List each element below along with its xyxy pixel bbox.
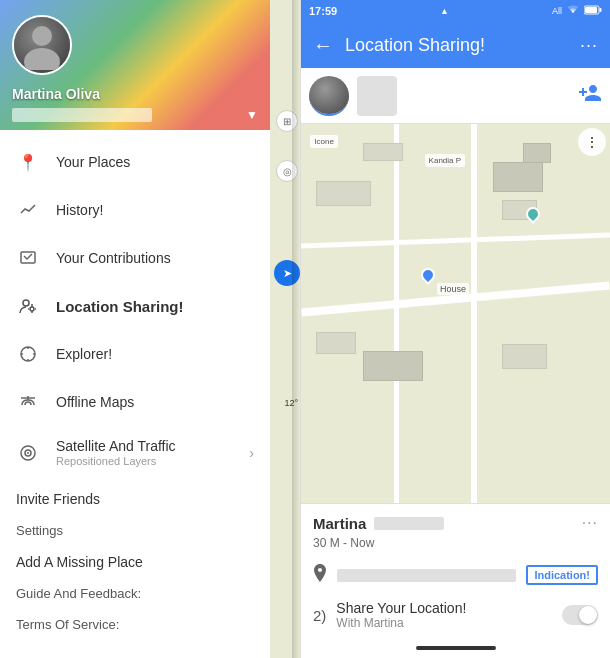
menu-item-contributions[interactable]: Your Contributions: [0, 234, 270, 282]
building-2: [363, 143, 403, 161]
user-name: Martina Oliva: [12, 86, 100, 102]
avatar: [12, 15, 72, 75]
menu-item-history[interactable]: History!: [0, 186, 270, 234]
satellite-icon: [16, 441, 40, 465]
svg-point-3: [23, 300, 29, 306]
card-name-text: Martina: [313, 515, 366, 532]
toggle-knob: [579, 606, 597, 624]
home-indicator-bar: [301, 638, 610, 658]
share-number: 2): [313, 607, 326, 624]
svg-rect-13: [585, 7, 597, 13]
pin-teal-dot: [524, 204, 544, 224]
svg-point-10: [27, 452, 29, 454]
satellite-sublabel: Repositioned Layers: [56, 455, 249, 467]
contact-avatar-1[interactable]: [309, 76, 349, 116]
your-places-icon: 📍: [16, 150, 40, 174]
contributions-icon: [16, 246, 40, 270]
menu-item-location-sharing[interactable]: Location Sharing!: [0, 282, 270, 330]
avatar-image: [14, 17, 70, 73]
history-label: History!: [56, 202, 254, 218]
teal-location-pin: [523, 207, 543, 231]
menu-item-explorer[interactable]: Explorer!: [0, 330, 270, 378]
building-1: [316, 181, 371, 206]
menu-item-satellite[interactable]: Satellite And Traffic Repositioned Layer…: [0, 426, 270, 479]
house-label: House: [437, 283, 469, 295]
satellite-label: Satellite And Traffic: [56, 438, 249, 454]
card-more-button[interactable]: ···: [582, 514, 598, 532]
dropdown-arrow-icon[interactable]: ▼: [246, 108, 258, 122]
building-7: [363, 351, 423, 381]
status-icons: All: [552, 5, 602, 17]
share-text: Share Your Location! With Martina: [336, 600, 552, 630]
contact-avatar-image-1: [309, 76, 349, 114]
card-location-icon: [313, 564, 327, 586]
map-label-kandia: Kandia P: [425, 154, 465, 167]
user-email-row: ▼: [12, 108, 258, 122]
location-card: Martina ··· 30 M - Now Indication! 2) Sh…: [301, 503, 610, 638]
status-time: 17:59: [309, 5, 337, 17]
left-header: Martina Oliva ▼: [0, 0, 270, 130]
building-5: [523, 143, 551, 163]
history-icon: [16, 198, 40, 222]
satellite-chevron-icon: ›: [249, 445, 254, 461]
terms-item[interactable]: Terms Of Service:: [0, 605, 270, 636]
building-6: [316, 332, 356, 354]
card-address-blurred: [337, 569, 516, 582]
left-panel: Martina Oliva ▼ 📍 Your Places History!: [0, 0, 270, 658]
building-3: [493, 162, 543, 192]
menu-item-your-places[interactable]: 📍 Your Places: [0, 138, 270, 186]
invite-friends-item[interactable]: Invite Friends: [0, 479, 270, 511]
card-name-blurred-bar: [374, 517, 444, 530]
share-subtitle: With Martina: [336, 616, 552, 630]
app-title: Location Sharing!: [345, 35, 568, 56]
map-peek-area: ⊞ ◎ ➤ 12°: [270, 0, 300, 658]
your-places-label: Your Places: [56, 154, 254, 170]
contributions-label: Your Contributions: [56, 250, 254, 266]
card-address-row: Indication!: [301, 558, 610, 592]
indication-badge[interactable]: Indication!: [526, 565, 598, 585]
explorer-icon: [16, 342, 40, 366]
svg-point-4: [30, 307, 34, 311]
settings-item[interactable]: Settings: [0, 511, 270, 542]
map-area[interactable]: House Icone Kandia P A LI ⋮: [301, 124, 610, 503]
offline-maps-label: Offline Maps: [56, 394, 254, 410]
status-bar: 17:59 ▲ All: [301, 0, 610, 22]
map-canvas: House Icone Kandia P A LI: [301, 124, 610, 503]
shadow-overlay: [292, 0, 300, 658]
road-horizontal-2: [301, 232, 610, 248]
road-vertical-1: [471, 124, 477, 503]
card-person-name: Martina: [313, 515, 444, 532]
add-missing-place-item[interactable]: Add A Missing Place: [0, 542, 270, 574]
share-toggle[interactable]: [562, 605, 598, 625]
battery-icon: [584, 5, 602, 17]
svg-point-0: [32, 26, 52, 46]
back-button[interactable]: ←: [309, 30, 337, 61]
user-email-bar: [12, 108, 152, 122]
contact-bar: [301, 68, 610, 124]
add-contact-button[interactable]: [578, 81, 602, 111]
card-header: Martina ···: [301, 504, 610, 536]
guide-feedback-item[interactable]: Guide And Feedback:: [0, 574, 270, 605]
contact-avatar-2[interactable]: [357, 76, 397, 116]
more-button[interactable]: ···: [576, 31, 602, 60]
svg-point-1: [24, 48, 60, 70]
signal-label: All: [552, 6, 562, 16]
svg-point-5: [21, 347, 35, 361]
app-bar: ← Location Sharing! ···: [301, 22, 610, 68]
location-sharing-label: Location Sharing!: [56, 298, 254, 315]
blue-location-pin: [418, 268, 438, 292]
right-panel: 17:59 ▲ All ← Location Sharing!: [300, 0, 610, 658]
building-8: [502, 344, 547, 369]
location-arrow-icon: ▲: [440, 6, 449, 16]
menu-item-offline-maps[interactable]: Offline Maps: [0, 378, 270, 426]
location-sharing-icon: [16, 294, 40, 318]
card-share-row: 2) Share Your Location! With Martina: [301, 592, 610, 638]
pin-blue-dot: [419, 265, 439, 285]
satellite-row: Satellite And Traffic Repositioned Layer…: [16, 438, 254, 467]
card-time: 30 M - Now: [301, 536, 610, 558]
share-title: Share Your Location!: [336, 600, 552, 616]
road-vertical-2: [394, 124, 399, 503]
map-more-button[interactable]: ⋮: [578, 128, 606, 156]
offline-maps-icon: [16, 390, 40, 414]
wifi-icon: [566, 5, 580, 17]
